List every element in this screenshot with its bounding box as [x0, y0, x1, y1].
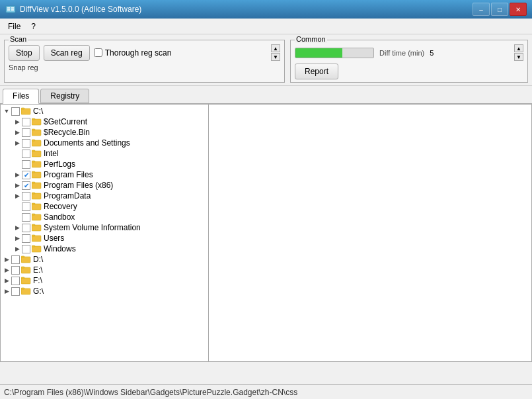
expand-g[interactable]: ▶ [2, 287, 11, 296]
checkbox-programfiles-x86[interactable]: ✔ [22, 181, 30, 190]
checkbox-programfiles[interactable]: ✔ [22, 171, 30, 179]
tree-item-intel[interactable]: Intel [1, 148, 208, 159]
tree-item-programdata[interactable]: ▶ ProgramData [1, 191, 208, 201]
scan-reg-button[interactable]: Scan reg [44, 45, 90, 61]
checkbox-perflogs[interactable] [22, 160, 30, 169]
checkbox-sysvolinfo[interactable] [22, 224, 30, 232]
label-docsettings: Documents and Settings [44, 138, 130, 148]
stop-button[interactable]: Stop [9, 45, 40, 61]
tree-item-users[interactable]: ▶ Users [1, 233, 208, 244]
checkbox-sandbox[interactable] [22, 213, 30, 222]
label-recyclebin: $Recycle.Bin [44, 128, 90, 137]
label-getcurrent: $GetCurrent [44, 117, 87, 126]
tree-item-windows[interactable]: ▶ Windows [1, 244, 208, 254]
tree-item-c-drive[interactable]: ▼ C:\ [1, 106, 208, 116]
svg-rect-4 [11, 9, 14, 11]
tree-item-g-drive[interactable]: ▶ G:\ [1, 286, 208, 296]
expand-getcurrent[interactable]: ▶ [13, 117, 22, 126]
tree-item-recovery[interactable]: Recovery [1, 201, 208, 212]
expand-d[interactable]: ▶ [2, 255, 11, 264]
tree-item-programfiles-x86[interactable]: ▶ ✔ Program Files (x86) [1, 180, 208, 191]
window-title: DiffView v1.5.0.0 (Adlice Software) [20, 5, 141, 14]
checkbox-programdata[interactable] [22, 192, 30, 200]
minimize-button[interactable]: – [473, 3, 490, 16]
scan-section: Scan Stop Scan reg Thorough reg scan ▲ ▼… [4, 40, 285, 83]
scan-scroll-up[interactable]: ▲ [271, 44, 280, 52]
svg-rect-13 [32, 151, 41, 157]
tree-item-docsettings[interactable]: ▶ Documents and Settings [1, 138, 208, 148]
label-sysvolinfo: System Volume Information [44, 223, 141, 232]
expand-programdata[interactable]: ▶ [13, 191, 22, 200]
expand-programfiles[interactable]: ▶ [13, 170, 22, 179]
tree-item-d-drive[interactable]: ▶ D:\ [1, 254, 208, 265]
folder-icon-recovery [32, 202, 42, 210]
thorough-checkbox[interactable] [94, 48, 102, 57]
svg-rect-36 [21, 267, 24, 268]
common-controls-row: Diff time (min) 5 ▲ ▼ [295, 44, 523, 61]
tree-item-e-drive[interactable]: ▶ E:\ [1, 265, 208, 275]
checkbox-g[interactable] [11, 287, 20, 296]
tree-item-perflogs[interactable]: PerfLogs [1, 159, 208, 169]
expand-docsettings[interactable]: ▶ [13, 138, 22, 148]
checkbox-recyclebin[interactable] [22, 128, 30, 137]
tree-panel[interactable]: ▼ C:\ ▶ $GetCurrent ▶ [1, 105, 209, 361]
tree-item-sandbox[interactable]: Sandbox [1, 212, 208, 222]
status-bar: C:\Program Files (x86)\Windows Sidebar\G… [0, 384, 532, 399]
svg-rect-17 [32, 172, 41, 178]
restore-button[interactable]: □ [491, 3, 508, 16]
common-scroll-up[interactable]: ▲ [514, 44, 523, 52]
folder-icon-g [21, 287, 31, 295]
expand-f[interactable]: ▶ [2, 276, 11, 285]
label-intel: Intel [44, 149, 59, 158]
label-e: E:\ [33, 265, 43, 275]
checkbox-f[interactable] [11, 277, 20, 285]
checkbox-windows[interactable] [22, 245, 30, 253]
tree-item-getcurrent[interactable]: ▶ $GetCurrent [1, 116, 208, 127]
checkbox-d[interactable] [11, 255, 20, 264]
checkbox-c[interactable] [11, 107, 20, 116]
expand-programfiles-x86[interactable]: ▶ [13, 181, 22, 190]
tree-item-recyclebin[interactable]: ▶ $Recycle.Bin [1, 127, 208, 138]
expand-c[interactable]: ▼ [2, 107, 11, 116]
checkbox-docsettings[interactable] [22, 139, 30, 148]
folder-icon-programdata [32, 192, 42, 200]
expand-sandbox [13, 212, 22, 222]
app-icon [5, 4, 16, 15]
menu-file[interactable]: File [3, 21, 26, 32]
expand-windows[interactable]: ▶ [13, 244, 22, 253]
checkbox-recovery[interactable] [22, 202, 30, 211]
tab-files[interactable]: Files [3, 89, 39, 104]
svg-rect-29 [32, 236, 41, 242]
expand-e[interactable]: ▶ [2, 265, 11, 275]
expand-recyclebin[interactable]: ▶ [13, 128, 22, 137]
label-recovery: Recovery [44, 202, 77, 211]
expand-sysvolinfo[interactable]: ▶ [13, 223, 22, 232]
svg-rect-37 [21, 278, 30, 284]
progress-container [295, 48, 374, 58]
tab-registry[interactable]: Registry [40, 89, 89, 103]
folder-icon-perflogs [32, 160, 42, 168]
svg-rect-3 [7, 9, 10, 11]
common-scroll-down[interactable]: ▼ [514, 53, 523, 61]
label-sandbox: Sandbox [44, 212, 75, 222]
expand-users[interactable]: ▶ [13, 234, 22, 243]
title-controls: – □ ✕ [473, 3, 527, 16]
tree-item-programfiles[interactable]: ▶ ✔ Program Files [1, 169, 208, 180]
checkbox-users[interactable] [22, 234, 30, 243]
title-bar: DiffView v1.5.0.0 (Adlice Software) – □ … [0, 0, 532, 19]
tree-item-f-drive[interactable]: ▶ F:\ [1, 275, 208, 286]
label-windows: Windows [44, 244, 76, 253]
checkbox-intel[interactable] [22, 150, 30, 158]
report-button[interactable]: Report [295, 64, 338, 79]
right-panel [209, 105, 531, 361]
close-button[interactable]: ✕ [510, 3, 527, 16]
svg-rect-30 [32, 235, 35, 236]
checkbox-getcurrent[interactable] [22, 118, 30, 126]
thorough-checkbox-label[interactable]: Thorough reg scan [94, 48, 172, 58]
scan-scroll-down[interactable]: ▼ [271, 53, 280, 61]
svg-rect-31 [32, 246, 41, 252]
svg-rect-26 [32, 214, 35, 215]
tree-item-sysvolinfo[interactable]: ▶ System Volume Information [1, 222, 208, 233]
menu-help[interactable]: ? [26, 21, 41, 32]
checkbox-e[interactable] [11, 266, 20, 275]
